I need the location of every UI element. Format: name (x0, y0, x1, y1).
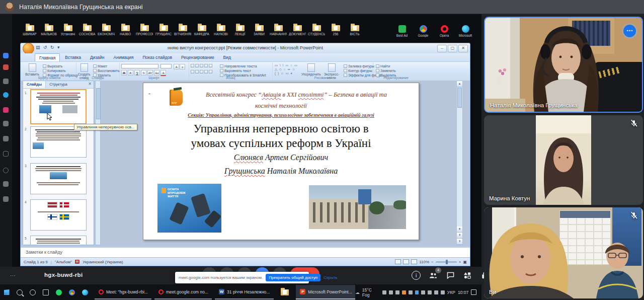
char-spacing-button[interactable]: AV (147, 70, 153, 76)
align-left-icon[interactable] (191, 70, 194, 73)
video-tile-participant[interactable]: Марина Ковтун (484, 115, 643, 205)
desktop-app-opera[interactable]: Opera (436, 25, 453, 37)
scroll-up-icon[interactable]: ▲ (457, 81, 462, 87)
minimize-button[interactable]: – (437, 45, 447, 52)
taskbar-window-meet2[interactable]: meet.google.com по... (154, 285, 212, 299)
bullets-icon[interactable] (191, 64, 194, 67)
shrink-font-button[interactable]: a (180, 64, 185, 69)
desktop-folder[interactable]: Установчі (59, 25, 76, 36)
notifications-icon[interactable] (471, 289, 476, 295)
slideshow-icon[interactable] (411, 259, 417, 264)
slide-thumbnail-3[interactable] (30, 163, 87, 194)
player-icon[interactable] (3, 151, 9, 157)
paste-button[interactable]: Вставить (24, 63, 41, 76)
hide-banner-link[interactable]: Скрыть (324, 275, 337, 280)
panel-close-icon[interactable]: ✕ (86, 81, 94, 88)
task-view-button[interactable] (39, 284, 52, 300)
editing-small-button[interactable]: Заменить (376, 68, 396, 72)
underline-button[interactable]: Ч (134, 70, 140, 76)
slide-canvas[interactable]: - НАУ Всесвітній конгрес “Авіація в XXI … (143, 83, 419, 240)
ribbon-tab[interactable]: Показ слайдов (138, 53, 176, 61)
italic-button[interactable]: К (128, 70, 133, 76)
close-button[interactable]: ✕ (458, 45, 468, 52)
tile-options-button[interactable]: ⋯ (623, 25, 636, 37)
columns-icon[interactable] (209, 70, 212, 73)
zoom-slider[interactable] (436, 261, 457, 263)
align-center-icon[interactable] (195, 70, 199, 73)
indent-increase-icon[interactable] (204, 64, 208, 67)
mail-icon[interactable] (3, 64, 9, 70)
ribbon-tab[interactable]: Вставка (61, 53, 85, 61)
font-size-combo[interactable] (160, 64, 172, 68)
ribbon-tab[interactable]: Главная (35, 53, 60, 61)
desktop-folder[interactable]: НАВЧАННЯ (270, 25, 287, 36)
slide-thumbnail-4[interactable] (30, 199, 87, 231)
desktop-folder[interactable]: ДОКУМЕНТИ (289, 25, 306, 36)
participants-icon[interactable]: 4 (429, 271, 438, 280)
desktop-folder[interactable]: СТУДЕНСЬК (308, 25, 325, 36)
weather-text[interactable]: 15°C Fog (362, 287, 380, 297)
telegram-icon[interactable] (3, 92, 9, 98)
vk-icon[interactable] (3, 136, 9, 141)
messenger-icon[interactable] (3, 79, 9, 84)
slide-sorter-icon[interactable] (403, 259, 409, 264)
taskbar-explorer[interactable] (277, 285, 293, 299)
panel-scrollbar[interactable] (95, 81, 101, 245)
taskbar-window-powerpoint[interactable]: PMicrosoft PowerPoint... (296, 285, 355, 299)
history-icon[interactable] (3, 181, 9, 187)
numbering-icon[interactable] (195, 64, 199, 67)
desktop-folder[interactable]: КАФЕДРА (193, 25, 210, 36)
grow-font-button[interactable]: A (174, 64, 179, 69)
justify-icon[interactable] (204, 70, 208, 73)
sidebar-more-icon[interactable]: ⋯ (10, 272, 16, 279)
whatsapp-taskbar-button[interactable] (52, 284, 65, 300)
ribbon-tab[interactable]: Вид (219, 53, 235, 61)
stop-sharing-button[interactable]: Прекратить общий доступ (266, 274, 320, 281)
tray-icon[interactable] (421, 290, 425, 294)
paragraph-small-button[interactable]: Выровнять текст (220, 68, 266, 72)
ribbon-tab[interactable]: Дизайн (86, 53, 109, 61)
scroll-down-icon[interactable]: ▼ (457, 227, 462, 233)
slide-thumbnail-2[interactable] (30, 126, 87, 158)
desktop-app-chrome[interactable]: Google (415, 25, 432, 37)
network-icon[interactable] (441, 290, 445, 294)
fit-to-window-icon[interactable]: ▣ (463, 260, 467, 264)
notes-pane[interactable]: Заметки к слайду (21, 246, 470, 257)
desktop-folder[interactable]: ПРОФЕСОР (136, 25, 153, 36)
slide-thumbnail-5[interactable] (30, 236, 87, 245)
activities-icon[interactable] (463, 271, 472, 280)
avast-tray-icon[interactable] (402, 290, 406, 294)
change-case-button[interactable]: Аа (154, 70, 159, 76)
video-tile-self[interactable]: Ви (484, 207, 643, 298)
clock[interactable]: 10:07 (458, 290, 468, 295)
volume-icon[interactable] (428, 290, 432, 294)
bold-button[interactable]: Ж (121, 70, 127, 76)
zoom-out-icon[interactable]: − (431, 260, 434, 264)
instagram-icon[interactable] (3, 107, 9, 113)
status-language[interactable]: Украинский (Украина) (83, 260, 123, 264)
next-slide-icon[interactable]: ⇟ (457, 239, 462, 245)
desktop-app-edge[interactable]: Microsoft (457, 25, 474, 37)
shapes-gallery[interactable]: ▭ \ \ ▭ ○ ▭△ ◇ ○ ⇒ ☆( ) ☆ ▭ ▾ (275, 63, 298, 76)
desktop-app-avast[interactable]: Best Ad (393, 25, 411, 37)
clipboard-small-button[interactable]: Копировать (43, 68, 78, 72)
ribbon-tab[interactable]: Анимация (110, 53, 138, 61)
taskbar-window-meet[interactable]: Meet: "hgx-buwd-rbi... (95, 285, 151, 299)
spellcheck-icon[interactable] (75, 260, 79, 264)
align-right-icon[interactable] (200, 70, 203, 73)
font-name-combo[interactable] (121, 64, 158, 68)
previous-slide-icon[interactable]: ⇞ (457, 233, 462, 239)
bookmarks-icon[interactable] (3, 168, 9, 173)
chrome-taskbar-button[interactable] (65, 284, 78, 300)
desktop-folder[interactable]: СОСНОВА (78, 25, 96, 36)
arrange-button[interactable]: Упорядочить (301, 63, 320, 76)
ribbon-tab[interactable]: Рецензирование (177, 53, 218, 61)
clipboard-small-button[interactable]: Вырезать (43, 64, 78, 68)
edge-taskbar-button[interactable] (78, 284, 92, 300)
paragraph-small-button[interactable]: Направление текста (220, 64, 266, 68)
normal-view-icon[interactable] (395, 259, 401, 264)
downloads-icon[interactable] (3, 196, 9, 202)
chat-icon[interactable] (446, 271, 455, 280)
cortana-button[interactable] (26, 284, 39, 300)
editing-small-button[interactable]: Найти (376, 64, 396, 68)
